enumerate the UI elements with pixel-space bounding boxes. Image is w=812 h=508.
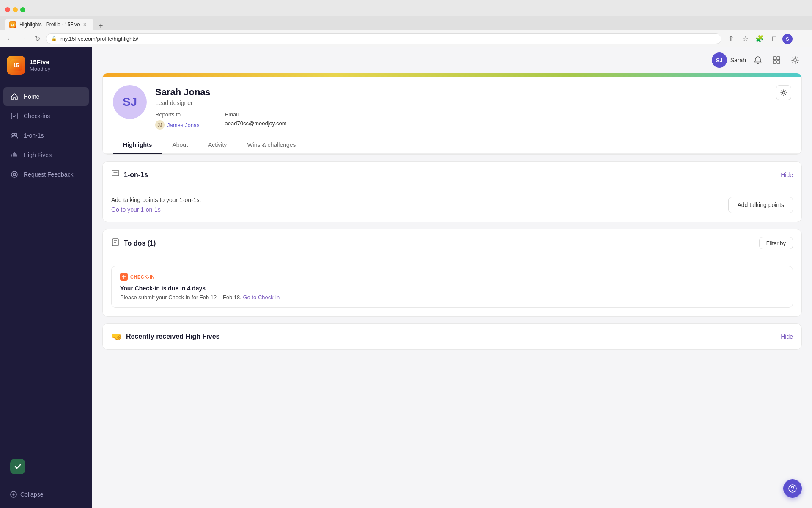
- add-talking-points-button[interactable]: Add talking points: [728, 197, 793, 213]
- todos-section: To dos (1) Filter by CHECK-IN Your Check…: [102, 229, 802, 317]
- one-on-ones-empty-state: Add talking points to your 1-on-1s. Go t…: [111, 196, 793, 213]
- back-button[interactable]: ←: [5, 34, 15, 44]
- high-fives-title-text: Recently received High Fives: [126, 333, 219, 340]
- high-fives-header: 🤜 Recently received High Fives Hide: [103, 324, 801, 349]
- profile-info: Sarah Jonas Lead designer Reports to JJ …: [155, 85, 768, 130]
- main-content: SJ Sarah SJ Sarah Jonas Lead designer: [92, 47, 812, 508]
- todos-title-text: To dos (1): [124, 240, 156, 247]
- svg-rect-16: [112, 239, 118, 246]
- more-options-button[interactable]: ⋮: [795, 33, 807, 45]
- sidebar-item-request-feedback[interactable]: Request Feedback: [3, 165, 89, 184]
- sidebar-item-1on1s-label: 1-on-1s: [24, 132, 44, 139]
- checkin-badge-text: CHECK-IN: [130, 274, 155, 279]
- todos-header: To dos (1) Filter by: [103, 229, 801, 257]
- extensions-button[interactable]: 🧩: [754, 33, 765, 45]
- maximize-dot[interactable]: [20, 7, 25, 12]
- profile-tabs: Highlights About Activity Wins & challen…: [103, 136, 801, 154]
- collapse-button[interactable]: Collapse: [7, 488, 85, 501]
- content-area: 1-on-1s Hide Add talking points to your …: [92, 161, 812, 367]
- svg-rect-11: [777, 57, 780, 60]
- one-on-ones-header: 1-on-1s Hide: [103, 162, 801, 188]
- 1on1s-icon: [10, 131, 19, 140]
- checkin-description: Please submit your Check-in for Feb 12 –…: [120, 294, 784, 301]
- svg-rect-10: [773, 57, 776, 60]
- profile-name: Sarah Jonas: [155, 87, 768, 98]
- profile-settings-button[interactable]: [776, 85, 791, 100]
- svg-point-19: [792, 490, 793, 491]
- svg-point-15: [783, 92, 785, 94]
- notifications-bell-icon[interactable]: [751, 53, 765, 67]
- minimize-dot[interactable]: [13, 7, 18, 12]
- browser-chrome: 15 Highlights · Profile · 15Five × + ← →…: [0, 0, 812, 47]
- high-fives-icon: 🤜: [111, 331, 122, 342]
- high-fives-hide-button[interactable]: Hide: [781, 333, 793, 340]
- browser-user-avatar[interactable]: S: [782, 34, 793, 44]
- user-info: SJ Sarah: [712, 52, 746, 68]
- bookmark-button[interactable]: ☆: [739, 33, 751, 45]
- checkin-badge-icon: [120, 273, 128, 281]
- collapse-label: Collapse: [20, 491, 43, 498]
- svg-point-5: [12, 133, 14, 136]
- tab-activity[interactable]: Activity: [198, 136, 237, 154]
- share-button[interactable]: ⇧: [725, 33, 737, 45]
- browser-title-bar: [0, 0, 812, 16]
- brand-text: 15Five Moodjoy: [30, 58, 50, 72]
- go-to-checkin-link[interactable]: Go to Check-in: [243, 294, 280, 301]
- high-fives-section: 🤜 Recently received High Fives Hide: [102, 323, 802, 350]
- reporter-avatar: JJ: [155, 120, 165, 130]
- browser-tab[interactable]: 15 Highlights · Profile · 15Five ×: [5, 19, 93, 30]
- app-wrapper: 15 15Five Moodjoy Home Check-ins: [0, 47, 812, 508]
- one-on-ones-hide-button[interactable]: Hide: [781, 171, 793, 178]
- sidebar-nav: Home Check-ins 1-on-1s High Fives: [0, 83, 92, 452]
- email-section: Email aead70cc@moodjoy.com: [225, 111, 287, 130]
- reports-to-label: Reports to: [155, 111, 200, 118]
- sidebar-item-home[interactable]: Home: [3, 87, 89, 106]
- reporter-value: JJ James Jonas: [155, 120, 200, 130]
- sidebar-item-1on1s[interactable]: 1-on-1s: [3, 126, 89, 145]
- settings-gear-icon[interactable]: [788, 53, 802, 67]
- profile-meta: Reports to JJ James Jonas Email aead70cc…: [155, 111, 768, 130]
- 1on1-section-icon: [111, 169, 120, 180]
- tab-close-icon[interactable]: ×: [83, 21, 87, 28]
- go-to-1on1s-link[interactable]: Go to your 1-on-1s: [111, 206, 161, 213]
- sidebar-item-checkins[interactable]: Check-ins: [3, 107, 89, 125]
- one-on-ones-title-text: 1-on-1s: [124, 171, 148, 179]
- tab-wins-challenges[interactable]: Wins & challenges: [237, 136, 306, 154]
- sidebar-brand: 15 15Five Moodjoy: [0, 47, 92, 83]
- request-feedback-icon: [10, 170, 19, 179]
- tab-about[interactable]: About: [162, 136, 198, 154]
- address-bar[interactable]: 🔒 my.15five.com/profile/highlights/: [46, 33, 721, 44]
- checkin-badge: CHECK-IN: [120, 273, 784, 281]
- tab-highlights[interactable]: Highlights: [113, 136, 162, 154]
- sidebar-bottom: Collapse: [0, 481, 92, 508]
- svg-rect-4: [11, 113, 17, 119]
- help-button[interactable]: [783, 479, 802, 498]
- brand-name: 15Five: [30, 58, 50, 66]
- lock-icon: 🔒: [51, 36, 57, 41]
- svg-rect-12: [773, 61, 776, 64]
- svg-point-18: [789, 485, 796, 492]
- todos-title: To dos (1): [111, 238, 156, 248]
- refresh-button[interactable]: ↻: [32, 34, 42, 44]
- checkins-icon: [10, 112, 19, 120]
- grid-icon[interactable]: [770, 53, 783, 67]
- profile-title: Lead designer: [155, 99, 768, 106]
- browser-controls: [5, 7, 25, 12]
- close-dot[interactable]: [5, 7, 10, 12]
- sidebar-item-checkins-label: Check-ins: [24, 113, 50, 119]
- filter-by-button[interactable]: Filter by: [759, 237, 793, 249]
- reporter-name[interactable]: James Jonas: [167, 122, 200, 128]
- forward-button[interactable]: →: [19, 34, 29, 44]
- new-tab-button[interactable]: +: [97, 22, 105, 30]
- tab-title: Highlights · Profile · 15Five: [19, 22, 80, 28]
- sidebar-item-home-label: Home: [24, 93, 39, 100]
- high-fives-title: 🤜 Recently received High Fives: [111, 331, 219, 342]
- todos-section-icon: [111, 238, 120, 248]
- sidebar-item-highfives[interactable]: High Fives: [3, 146, 89, 164]
- profile-banner: [103, 73, 801, 77]
- one-on-ones-empty-text: Add talking points to your 1-on-1s. Go t…: [111, 196, 201, 213]
- sidebar-toggle[interactable]: ⊟: [768, 33, 780, 45]
- svg-point-14: [794, 59, 796, 61]
- highfives-icon: [10, 151, 19, 159]
- browser-tab-bar: 15 Highlights · Profile · 15Five × +: [0, 16, 812, 30]
